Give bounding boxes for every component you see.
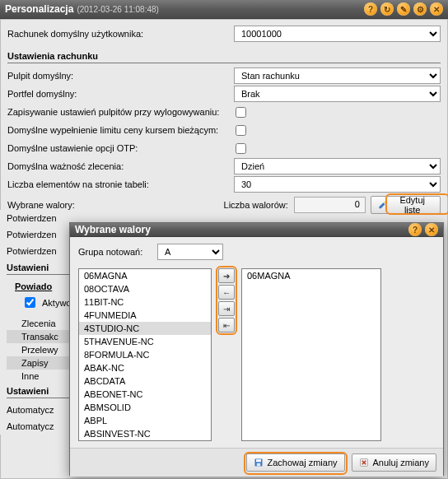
confirm-row-3: Potwierdzen — [7, 243, 69, 259]
available-item[interactable]: 11BIT-NC — [79, 295, 211, 309]
page-size-select[interactable]: 30 — [234, 176, 441, 193]
settings-icon[interactable]: ⚙ — [413, 2, 427, 16]
available-item[interactable]: 5THAVENUE-NC — [79, 335, 211, 348]
close-icon[interactable]: ✕ — [430, 2, 443, 16]
cancel-changes-label: Anuluj zmiany — [373, 458, 429, 467]
instrument-count-label: Liczba walorów: — [224, 200, 295, 210]
section-auto-clipped: Ustawieni — [7, 383, 69, 398]
svg-rect-2 — [256, 463, 260, 467]
aktywo-label: Aktywo — [42, 298, 71, 308]
dialog-title: Wybrane walory — [75, 224, 151, 235]
available-item[interactable]: ABMSOLID — [79, 401, 211, 414]
available-item[interactable]: 06MAGNA — [79, 269, 211, 282]
available-item[interactable]: ABEONET-NC — [79, 388, 211, 401]
available-listbox[interactable]: 06MAGNA08OCTAVA11BIT-NC4FUNMEDIA4STUDIO-… — [78, 268, 212, 441]
notify-item-0: Zlecenia — [7, 317, 69, 330]
svg-rect-1 — [256, 459, 261, 462]
instrument-count-value: 0 — [294, 197, 366, 213]
selected-instruments-dialog: Wybrane walory ? ✕ Grupa notowań: A 06MA… — [69, 222, 444, 476]
selected-instruments-label: Wybrane walory: — [7, 200, 224, 210]
page-size-label: Liczba elementów na stronie tabeli: — [7, 179, 234, 189]
available-item[interactable]: ABPL — [79, 414, 211, 427]
limit-fill-checkbox[interactable] — [236, 125, 246, 136]
pulpit-label: Pulpit domyślny: — [7, 71, 234, 81]
mover-buttons: ➔ ← ⇥ ⇤ — [218, 268, 235, 441]
move-right-button[interactable]: ➔ — [218, 268, 235, 283]
available-item[interactable]: ABCDATA — [79, 374, 211, 388]
otp-checkbox[interactable] — [236, 143, 246, 154]
save-views-checkbox[interactable] — [236, 107, 246, 118]
tool-icon[interactable]: ✎ — [397, 2, 410, 16]
dialog-help-icon[interactable]: ? — [408, 223, 422, 236]
available-item[interactable]: ABAK-NC — [79, 361, 211, 374]
help-icon[interactable]: ? — [364, 2, 377, 16]
section-notify-clipped: Ustawieni — [7, 259, 69, 275]
portfel-select[interactable]: Brak — [234, 86, 441, 102]
validity-label: Domyślna ważność zlecenia: — [7, 161, 234, 171]
move-left-button[interactable]: ← — [218, 285, 235, 300]
available-item[interactable]: 8FORMULA-NC — [79, 348, 211, 361]
limit-fill-label: Domyślne wypełnienie limitu ceny kursem … — [7, 125, 234, 135]
default-account-select[interactable]: 10001000 — [234, 26, 441, 42]
notify-item-1: Transakc — [7, 330, 69, 343]
section-account-title: Ustawienia rachunku — [7, 48, 441, 63]
available-item[interactable]: 4STUDIO-NC — [79, 322, 211, 335]
validity-select[interactable]: Dzień — [234, 158, 441, 174]
edit-icon — [378, 200, 387, 210]
auto-row-1: Automatycz — [7, 402, 69, 418]
portfel-label: Portfel domyślny: — [7, 89, 234, 99]
window-timestamp: (2012-03-26 11:08:48) — [77, 5, 159, 14]
notify-item-4: Inne — [7, 370, 69, 383]
move-all-left-button[interactable]: ⇤ — [218, 318, 235, 333]
group-select[interactable]: A — [157, 244, 223, 260]
notify-subtitle: Powiado — [7, 278, 69, 293]
dialog-close-icon[interactable]: ✕ — [425, 223, 438, 236]
otp-label: Domyślne ustawienie opcji OTP: — [7, 143, 234, 153]
confirm-row-2: Potwierdzen — [7, 226, 69, 243]
dialog-titlebar: Wybrane walory ? ✕ — [70, 223, 443, 237]
save-changes-label: Zachowaj zmiany — [268, 458, 338, 467]
window-titlebar: Personalizacja (2012-03-26 11:08:48) ? ↻… — [0, 0, 448, 19]
aktywo-checkbox[interactable] — [25, 297, 35, 308]
edit-list-button[interactable]: Edytuj listę — [371, 196, 441, 214]
cancel-changes-button[interactable]: Anuluj zmiany — [352, 453, 436, 472]
left-clipped-panel: Potwierdzen Potwierdzen Potwierdzen Usta… — [0, 210, 69, 435]
available-item[interactable]: 08OCTAVA — [79, 282, 211, 295]
reload-icon[interactable]: ↻ — [380, 2, 394, 16]
available-item[interactable]: ABSINVEST-NC — [79, 427, 211, 440]
pulpit-select[interactable]: Stan rachunku — [234, 67, 441, 84]
move-all-right-button[interactable]: ⇥ — [218, 301, 235, 316]
save-icon — [254, 458, 264, 467]
edit-list-label: Edytuj listę — [391, 195, 433, 215]
save-views-label: Zapisywanie ustawień pulpitów przy wylog… — [7, 107, 234, 117]
confirm-row-1: Potwierdzen — [7, 210, 69, 226]
selected-listbox[interactable]: 06MAGNA — [241, 268, 381, 441]
save-changes-button[interactable]: Zachowaj zmiany — [246, 453, 345, 472]
default-account-label: Rachunek domyślny użytkownika: — [7, 29, 234, 39]
selected-item[interactable]: 06MAGNA — [242, 269, 380, 282]
notify-item-3: Zapisy — [7, 356, 69, 370]
available-item[interactable]: 4FUNMEDIA — [79, 309, 211, 322]
notify-item-2: Przelewy — [7, 343, 69, 356]
cancel-icon — [359, 458, 369, 467]
group-label: Grupa notowań: — [78, 247, 157, 257]
window-title: Personalizacja — [5, 3, 73, 15]
auto-row-2: Automatycz — [7, 418, 69, 435]
